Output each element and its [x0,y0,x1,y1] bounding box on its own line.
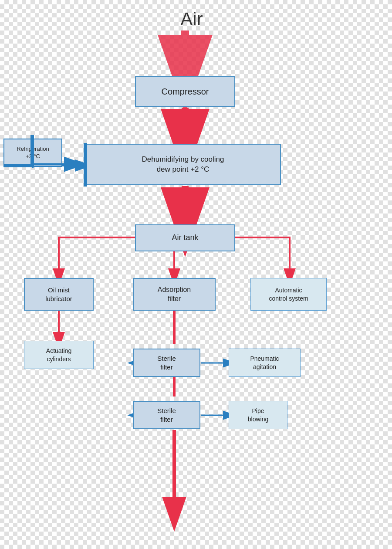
sterile2-box: Sterile filter [133,401,200,429]
compressor-box: Compressor [135,76,235,107]
pneumatic-box: Pneumatic agitation [229,349,301,377]
sterile1-box: Sterile filter [133,349,200,377]
oil-mist-box: Oil mist lubricator [24,278,94,311]
diagram-container: Air [0,0,392,549]
title: Air [166,9,218,30]
adsorption-box: Adsorption filter [133,278,216,311]
actuating-box: Actuating cylinders [24,341,94,369]
pipe-blowing-box: Pipe blowing [229,401,287,429]
auto-control-box: Automatic control system [250,278,327,311]
refrigeration-box: Refrigeration +2 °C [3,139,62,167]
air-tank-box: Air tank [135,224,235,251]
dehumidifying-box: Dehumidifying by cooling dew point +2 °C [85,144,281,185]
